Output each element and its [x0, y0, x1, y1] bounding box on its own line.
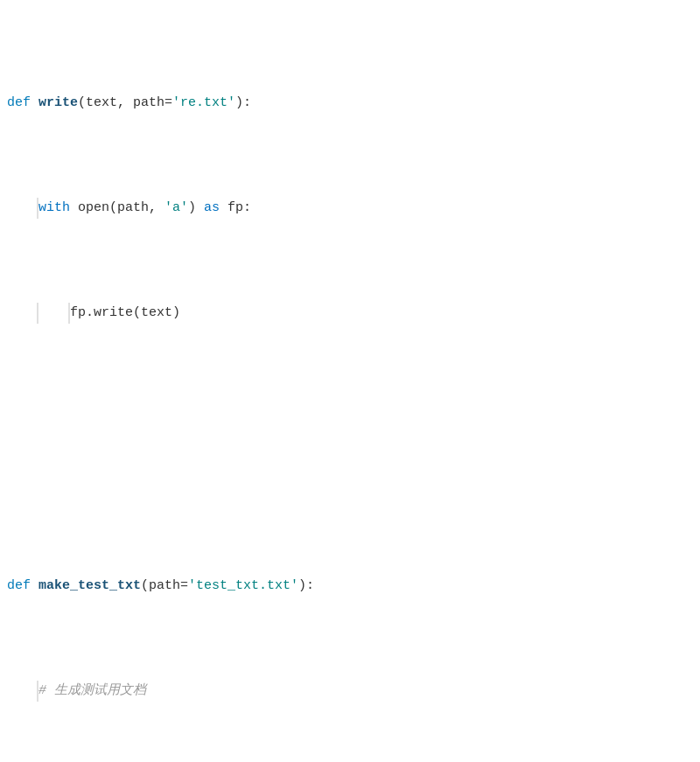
indent-bar [37, 303, 38, 324]
code-line: fp.write(text) [0, 303, 700, 324]
keyword-def: def [7, 576, 38, 597]
code-line: def make_test_txt(path='test_txt.txt'): [0, 576, 700, 597]
empty-line [0, 471, 700, 492]
indent-bar [37, 198, 38, 219]
comment: # 生成测试用文档 [38, 681, 146, 702]
code-line: with open(path, 'a') as fp: [0, 198, 700, 219]
code-editor: def write(text, path='re.txt'): with ope… [0, 0, 700, 762]
code-line: # 生成测试用文档 [0, 681, 700, 702]
function-name: make_test_txt [38, 576, 141, 597]
function-name: write [38, 93, 78, 114]
code-line: def write(text, path='re.txt'): [0, 93, 700, 114]
indent-bar [68, 303, 70, 324]
indent-bar [37, 681, 38, 702]
empty-line [0, 408, 700, 429]
keyword-def: def [7, 93, 38, 114]
keyword-with: with [38, 198, 78, 219]
